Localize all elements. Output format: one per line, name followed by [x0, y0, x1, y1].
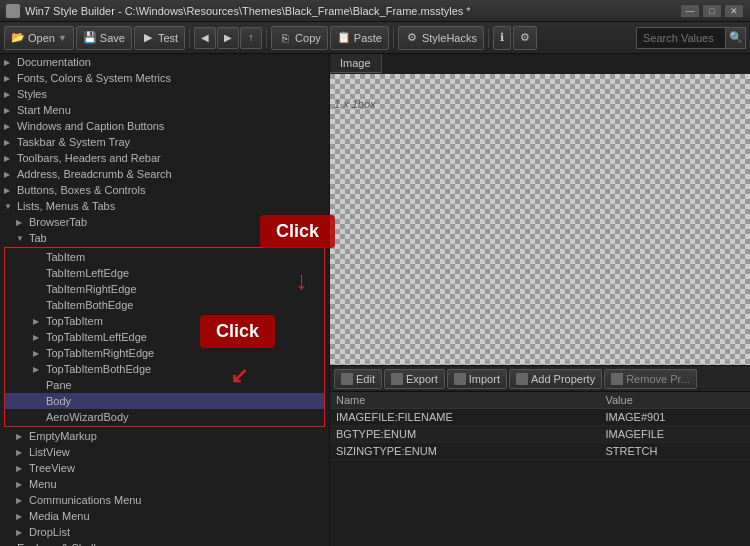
tree-item-documentation[interactable]: ▶Documentation: [0, 54, 329, 70]
tree-item-body[interactable]: Body: [5, 393, 324, 409]
tree-item-communications-menu[interactable]: ▶Communications Menu: [0, 492, 329, 508]
tree-item-droplist[interactable]: ▶DropList: [0, 524, 329, 540]
tree-arrow-menu: ▶: [16, 480, 26, 489]
toolbar-separator-1: [189, 28, 190, 48]
image-tab[interactable]: Image: [330, 54, 382, 73]
tree-item-toptabitemrightedge[interactable]: ▶TopTabItemRightEdge: [5, 345, 324, 361]
edit-button[interactable]: Edit: [334, 369, 382, 389]
export-button[interactable]: Export: [384, 369, 445, 389]
table-row[interactable]: SIZINGTYPE:ENUMSTRETCH: [330, 443, 750, 460]
tree-label-aerowizardbody: AeroWizardBody: [46, 411, 129, 423]
main-toolbar: 📂 Open ▼ 💾 Save ▶ Test ◀ ▶ ↑ ⎘ Copy 📋 Pa…: [0, 22, 750, 54]
table-row[interactable]: BGTYPE:ENUMIMAGEFILE: [330, 426, 750, 443]
properties-data-table: Name Value IMAGEFILE:FILENAMEIMAGE#901BG…: [330, 392, 750, 460]
tree-item-styles[interactable]: ▶Styles: [0, 86, 329, 102]
tree-label-toptabitembothedge: TopTabItemBothEdge: [46, 363, 151, 375]
tree-item-taskbar[interactable]: ▶Taskbar & System Tray: [0, 134, 329, 150]
copy-button[interactable]: ⎘ Copy: [271, 26, 328, 50]
tree-item-lists-menus[interactable]: ▼Lists, Menus & Tabs: [0, 198, 329, 214]
tree-arrow-fonts-colors: ▶: [4, 74, 14, 83]
tree-item-media-menu[interactable]: ▶Media Menu: [0, 508, 329, 524]
stylehacks-button[interactable]: ⚙ StyleHacks: [398, 26, 484, 50]
nav-forward-button[interactable]: ▶: [217, 27, 239, 49]
search-button[interactable]: 🔍: [726, 27, 746, 49]
prop-value-2: STRETCH: [599, 443, 750, 460]
nav-back-button[interactable]: ◀: [194, 27, 216, 49]
tree-arrow-windows-caption: ▶: [4, 122, 14, 131]
tree-label-communications-menu: Communications Menu: [29, 494, 142, 506]
tree-label-tabitembothedge: TabItemBothEdge: [46, 299, 133, 311]
table-row[interactable]: IMAGEFILE:FILENAMEIMAGE#901: [330, 409, 750, 426]
paste-button[interactable]: 📋 Paste: [330, 26, 389, 50]
prop-name-0: IMAGEFILE:FILENAME: [330, 409, 599, 426]
tree-label-start-menu: Start Menu: [17, 104, 71, 116]
tree-item-explorer-shell[interactable]: ▶Explorer & Shell: [0, 540, 329, 546]
tree-item-pane[interactable]: Pane: [5, 377, 324, 393]
tree-arrow-communications-menu: ▶: [16, 496, 26, 505]
properties-table: Name Value IMAGEFILE:FILENAMEIMAGE#901BG…: [330, 392, 750, 546]
tree-panel: ▶Documentation▶Fonts, Colors & System Me…: [0, 54, 330, 546]
tree-item-buttons[interactable]: ▶Buttons, Boxes & Controls: [0, 182, 329, 198]
close-button[interactable]: ✕: [724, 4, 744, 18]
tree-item-tabitemrightedge[interactable]: TabItemRightEdge: [5, 281, 324, 297]
tree-label-toolbars: Toolbars, Headers and Rebar: [17, 152, 161, 164]
title-controls: — □ ✕: [680, 4, 744, 18]
tree-item-tabitem[interactable]: TabItem: [5, 249, 324, 265]
tree-label-tab: Tab: [29, 232, 47, 244]
tree-label-menu: Menu: [29, 478, 57, 490]
export-icon: [391, 373, 403, 385]
nav-up-button[interactable]: ↑: [240, 27, 262, 49]
tree-item-fonts-colors[interactable]: ▶Fonts, Colors & System Metrics: [0, 70, 329, 86]
tree-item-tab[interactable]: ▼Tab: [0, 230, 329, 246]
image-canvas: 1 x 1box: [330, 74, 750, 365]
tree-item-address[interactable]: ▶Address, Breadcrumb & Search: [0, 166, 329, 182]
tree-arrow-documentation: ▶: [4, 58, 14, 67]
tree-item-listview[interactable]: ▶ListView: [0, 444, 329, 460]
maximize-button[interactable]: □: [702, 4, 722, 18]
tree-container: ▶Documentation▶Fonts, Colors & System Me…: [0, 54, 329, 546]
tree-label-emptymarkup: EmptyMarkup: [29, 430, 97, 442]
image-label: 1 x 1box: [334, 98, 376, 110]
tree-item-windows-caption[interactable]: ▶Windows and Caption Buttons: [0, 118, 329, 134]
tree-item-browsertab[interactable]: ▶BrowserTab: [0, 214, 329, 230]
red-border-group: TabItemTabItemLeftEdgeTabItemRightEdgeTa…: [4, 247, 325, 427]
tree-item-emptymarkup[interactable]: ▶EmptyMarkup: [0, 428, 329, 444]
tree-arrow-buttons: ▶: [4, 186, 14, 195]
test-button[interactable]: ▶ Test: [134, 26, 185, 50]
open-button[interactable]: 📂 Open ▼: [4, 26, 74, 50]
open-icon: 📂: [11, 31, 25, 45]
import-icon: [454, 373, 466, 385]
tree-arrow-emptymarkup: ▶: [16, 432, 26, 441]
tree-arrow-toolbars: ▶: [4, 154, 14, 163]
tree-item-tabitemleftedge[interactable]: TabItemLeftEdge: [5, 265, 324, 281]
tree-item-menu[interactable]: ▶Menu: [0, 476, 329, 492]
paste-icon: 📋: [337, 31, 351, 45]
tree-label-toptabitem: TopTabItem: [46, 315, 103, 327]
import-button[interactable]: Import: [447, 369, 507, 389]
prop-name-1: BGTYPE:ENUM: [330, 426, 599, 443]
tree-item-tabitembothedge[interactable]: TabItemBothEdge: [5, 297, 324, 313]
tree-label-buttons: Buttons, Boxes & Controls: [17, 184, 145, 196]
save-button[interactable]: 💾 Save: [76, 26, 132, 50]
tree-item-treeview[interactable]: ▶TreeView: [0, 460, 329, 476]
tree-item-toolbars[interactable]: ▶Toolbars, Headers and Rebar: [0, 150, 329, 166]
search-input[interactable]: [636, 27, 726, 49]
info-button[interactable]: ℹ: [493, 26, 511, 50]
tree-label-documentation: Documentation: [17, 56, 91, 68]
app-icon: [6, 4, 20, 18]
tree-item-toptabitemleftedge[interactable]: ▶TopTabItemLeftEdge: [5, 329, 324, 345]
tree-label-toptabitemrightedge: TopTabItemRightEdge: [46, 347, 154, 359]
tree-arrow-styles: ▶: [4, 90, 14, 99]
tree-label-tabitemrightedge: TabItemRightEdge: [46, 283, 137, 295]
tree-item-toptabitem[interactable]: ▶TopTabItem: [5, 313, 324, 329]
settings-button[interactable]: ⚙: [513, 26, 537, 50]
remove-property-button[interactable]: Remove Pr...: [604, 369, 697, 389]
minimize-button[interactable]: —: [680, 4, 700, 18]
tree-item-start-menu[interactable]: ▶Start Menu: [0, 102, 329, 118]
tree-arrow-toptabitemrightedge: ▶: [33, 349, 43, 358]
tree-item-aerowizardbody[interactable]: AeroWizardBody: [5, 409, 324, 425]
tree-label-windows-caption: Windows and Caption Buttons: [17, 120, 164, 132]
add-property-button[interactable]: Add Property: [509, 369, 602, 389]
edit-icon: [341, 373, 353, 385]
tree-item-toptabitembothedge[interactable]: ▶TopTabItemBothEdge: [5, 361, 324, 377]
